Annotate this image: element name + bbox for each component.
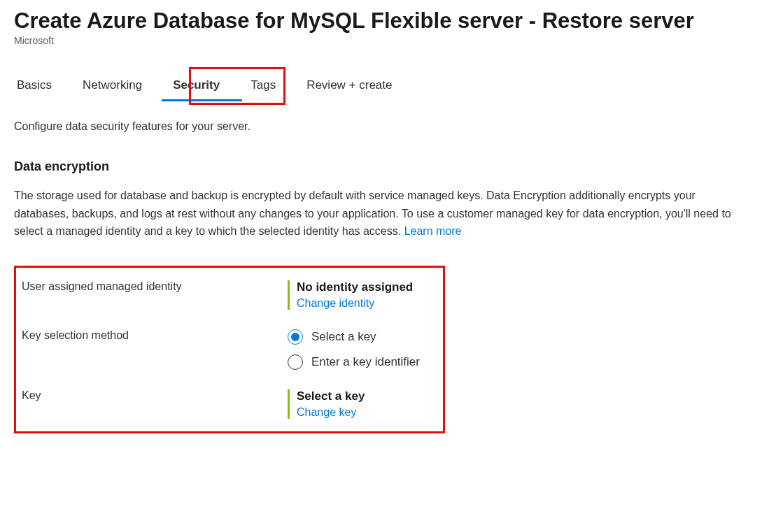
page-title: Create Azure Database for MySQL Flexible…: [14, 8, 755, 34]
tab-review-create[interactable]: Review + create: [304, 71, 395, 99]
label-managed-identity: User assigned managed identity: [22, 280, 288, 293]
change-identity-link[interactable]: Change identity: [297, 297, 433, 310]
tab-security[interactable]: Security: [170, 71, 223, 99]
radio-label: Select a key: [311, 330, 376, 344]
tab-basics[interactable]: Basics: [14, 71, 55, 99]
row-key: Key Select a key Change key: [22, 389, 433, 419]
radio-enter-key-identifier[interactable]: Enter a key identifier: [288, 354, 433, 370]
annotation-highlight-form: User assigned managed identity No identi…: [14, 266, 445, 433]
value-managed-identity: No identity assigned: [297, 280, 433, 294]
value-key: Select a key: [297, 389, 433, 403]
radio-group-key-method: Select a key Enter a key identifier: [288, 329, 433, 370]
tab-tags[interactable]: Tags: [248, 71, 278, 99]
radio-label: Enter a key identifier: [311, 355, 420, 369]
section-description-text: The storage used for database and backup…: [14, 189, 731, 237]
tab-networking[interactable]: Networking: [80, 71, 145, 99]
section-description: The storage used for database and backup…: [14, 187, 742, 240]
change-key-link[interactable]: Change key: [297, 406, 433, 419]
radio-select-a-key[interactable]: Select a key: [288, 329, 433, 345]
row-managed-identity: User assigned managed identity No identi…: [22, 280, 433, 310]
learn-more-link[interactable]: Learn more: [404, 225, 462, 237]
page-subtitle: Microsoft: [14, 35, 755, 46]
intro-text: Configure data security features for you…: [14, 120, 755, 133]
row-key-selection-method: Key selection method Select a key Enter …: [22, 329, 433, 370]
tabs-bar: Basics Networking Security Tags Review +…: [14, 71, 755, 99]
radio-icon: [288, 354, 303, 370]
section-heading-data-encryption: Data encryption: [14, 159, 755, 174]
radio-icon: [288, 329, 303, 345]
label-key-selection-method: Key selection method: [22, 329, 288, 342]
label-key: Key: [22, 389, 288, 402]
